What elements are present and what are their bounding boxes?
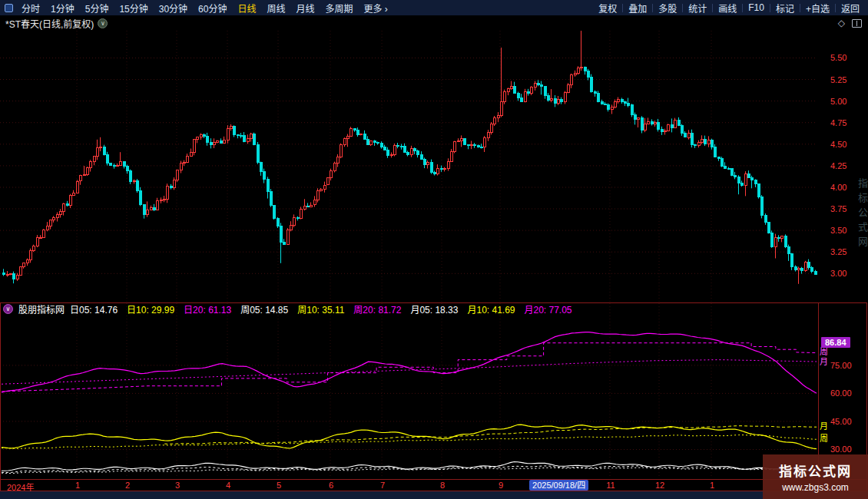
price-label: 3.25: [830, 247, 846, 256]
indicator-readout: 日20: 61.13: [184, 305, 231, 316]
indicator-readouts: 日05: 14.76日10: 29.99日20: 61.13周05: 14.85…: [70, 302, 581, 316]
date-tick-label: 2: [125, 481, 130, 490]
diamond-icon[interactable]: ◇: [838, 18, 845, 28]
stock-title: *ST春天(日线,前复权): [5, 17, 94, 30]
watermark-title: 指标公式网: [779, 461, 852, 480]
date-tick-label: 3: [175, 481, 180, 490]
price-label: 4.00: [830, 183, 846, 192]
price-label: 4.50: [830, 140, 846, 149]
date-tick-label: 11: [606, 481, 615, 490]
date-tick-label: 1: [75, 481, 80, 490]
price-label: 4.75: [830, 118, 846, 127]
toolbar-button[interactable]: 统计: [683, 2, 712, 15]
date-tick-label: 7: [380, 481, 385, 490]
period-tab[interactable]: 5分钟: [80, 2, 114, 15]
indicator-chart[interactable]: [0, 302, 868, 479]
date-axis: 2024年 2025/09/18/四 12345678911121: [0, 479, 867, 491]
toolbar-button[interactable]: +自选: [800, 2, 835, 15]
period-tab[interactable]: 60分钟: [193, 2, 232, 15]
toolbar-actions: 复权叠加多股统计画线F10标记+自选返回: [593, 2, 865, 15]
period-tab[interactable]: 15分钟: [114, 2, 153, 15]
trading-app: 分时1分钟5分钟15分钟30分钟60分钟日线周线月线多周期更多 › 复权叠加多股…: [0, 0, 868, 499]
price-label: 3.00: [830, 269, 846, 278]
line-tag: 周: [820, 347, 828, 357]
title-dropdown-icon[interactable]: ∨: [98, 18, 108, 28]
indicator-readout: 月10: 41.69: [467, 305, 515, 316]
indicator-readout: 月05: 18.33: [410, 305, 458, 316]
watermark-url: www.zbgs3.com: [782, 482, 849, 493]
indicator-readout: 日05: 14.76: [70, 305, 118, 316]
period-tab[interactable]: 月线: [291, 2, 320, 15]
year-label: 2024年: [7, 481, 34, 493]
toolbar-button[interactable]: 复权: [593, 2, 622, 15]
toolbar-button[interactable]: 返回: [836, 2, 865, 15]
date-tick-label: 1: [710, 481, 714, 490]
indicator-value-badge: 86.84: [821, 337, 850, 348]
date-tick-label: 4: [226, 481, 230, 490]
toolbar-button[interactable]: 多股: [653, 2, 682, 15]
titlebar-right-icons: ◇: [838, 18, 862, 28]
indicator-axis-label: 30.00: [830, 444, 852, 454]
indicator-readout: 周10: 35.11: [297, 305, 344, 316]
indicator-readout: 周20: 81.72: [353, 305, 401, 316]
indicator-axis-label: 75.00: [830, 361, 852, 370]
line-tag: 周: [820, 434, 828, 444]
indicator-axis-label: 60.00: [830, 388, 852, 398]
price-label: 3.75: [830, 204, 846, 213]
indicator-readout: 月20: 77.05: [525, 305, 572, 316]
period-tab[interactable]: 日线: [232, 2, 261, 15]
side-watermark: 指标公式网: [855, 178, 868, 251]
date-tick-label: 5: [277, 481, 281, 490]
date-tick-label: 9: [499, 481, 503, 490]
indicator-header: ∨ 股朋指标网 日05: 14.76日10: 29.99日20: 61.13周0…: [0, 303, 581, 315]
status-bar: [0, 491, 868, 499]
toolbar-button[interactable]: 叠加: [623, 2, 652, 15]
candlestick-chart[interactable]: [0, 31, 868, 302]
period-tab[interactable]: 30分钟: [154, 2, 193, 15]
price-label: 3.50: [830, 226, 846, 235]
title-bar: *ST春天(日线,前复权) ∨ ◇: [0, 15, 868, 31]
indicator-readout: 周05: 14.85: [240, 305, 288, 316]
line-tag: 月: [820, 421, 828, 431]
indicator-name[interactable]: 股朋指标网: [18, 302, 65, 316]
period-tab[interactable]: 周线: [261, 2, 290, 15]
panel-layout-icon[interactable]: [852, 19, 862, 28]
period-tab[interactable]: 分时: [16, 2, 45, 15]
price-label: 5.50: [830, 53, 846, 62]
period-toolbar: 分时1分钟5分钟15分钟30分钟60分钟日线周线月线多周期更多 › 复权叠加多股…: [0, 0, 868, 15]
period-tab[interactable]: 更多 ›: [359, 2, 393, 15]
price-label: 5.00: [830, 97, 846, 106]
indicator-dropdown-icon[interactable]: ∨: [3, 304, 13, 314]
watermark: 指标公式网 www.zbgs3.com: [763, 454, 868, 499]
date-tick-label: 12: [655, 481, 664, 490]
date-highlight-badge: 2025/09/18/四: [529, 480, 588, 491]
app-window-icon[interactable]: [5, 4, 13, 12]
price-label: 5.25: [830, 75, 846, 84]
toolbar-button[interactable]: F10: [743, 2, 770, 13]
indicator-readout: 日10: 29.99: [127, 305, 174, 316]
date-tick-label: 6: [329, 481, 333, 490]
date-tick-label: 8: [440, 481, 445, 490]
toolbar-button[interactable]: 画线: [713, 2, 742, 15]
period-tabs: 分时1分钟5分钟15分钟30分钟60分钟日线周线月线多周期更多 ›: [16, 2, 393, 15]
line-tag: 月: [820, 357, 828, 367]
period-tab[interactable]: 1分钟: [45, 2, 80, 15]
toolbar-button[interactable]: 标记: [770, 2, 800, 15]
period-tab[interactable]: 多周期: [320, 2, 359, 15]
indicator-axis-label: 45.00: [830, 417, 852, 426]
price-label: 4.25: [830, 161, 846, 170]
